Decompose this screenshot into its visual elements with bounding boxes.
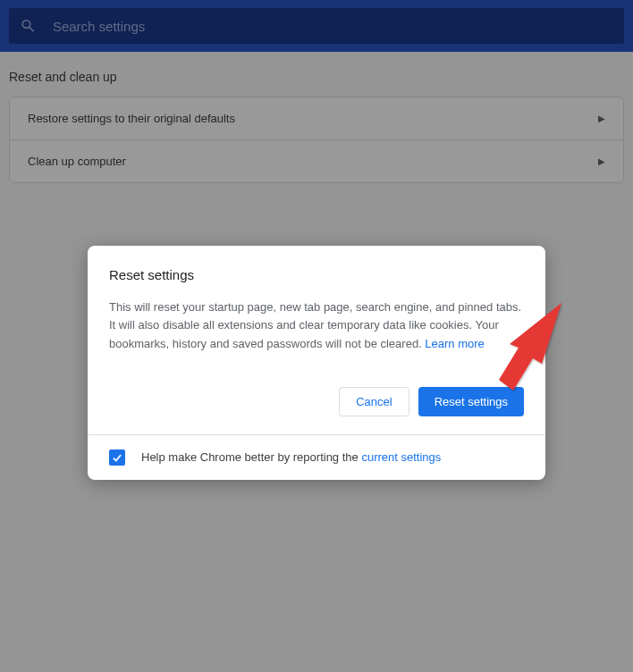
dialog-title: Reset settings xyxy=(109,267,524,282)
dialog-text: This will reset your startup page, new t… xyxy=(109,298,524,352)
dialog-actions: Cancel Reset settings xyxy=(88,369,545,434)
report-checkbox[interactable] xyxy=(109,449,125,466)
dialog-body: Reset settings This will reset your star… xyxy=(88,246,545,374)
current-settings-link[interactable]: current settings xyxy=(361,450,441,464)
footer-text-prefix: Help make Chrome better by reporting the xyxy=(141,450,361,464)
footer-text: Help make Chrome better by reporting the… xyxy=(141,450,441,464)
learn-more-link[interactable]: Learn more xyxy=(425,337,484,350)
cancel-button[interactable]: Cancel xyxy=(339,387,409,416)
modal-overlay: Reset settings This will reset your star… xyxy=(0,0,633,672)
reset-settings-dialog: Reset settings This will reset your star… xyxy=(88,246,545,479)
reset-settings-button[interactable]: Reset settings xyxy=(418,387,524,416)
dialog-footer: Help make Chrome better by reporting the… xyxy=(88,434,545,480)
checkmark-icon xyxy=(111,451,123,464)
